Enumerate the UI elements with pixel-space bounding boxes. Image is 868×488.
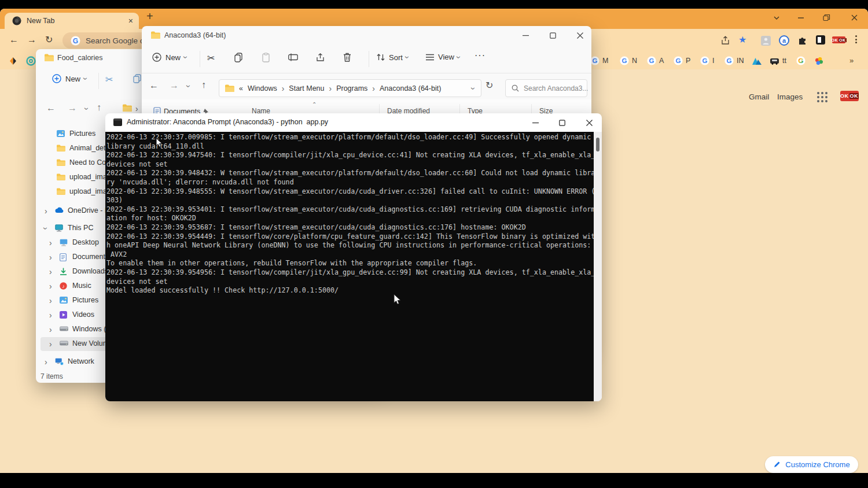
terminal-console[interactable]: 2022-06-13 22:30:37.009985: I tensorflow… bbox=[105, 132, 594, 401]
paste-icon[interactable] bbox=[262, 53, 270, 62]
kebab-menu-icon[interactable] bbox=[855, 35, 857, 43]
sort-button[interactable]: Sort › bbox=[376, 53, 409, 62]
chevron-right-icon[interactable]: › bbox=[49, 268, 52, 276]
breadcrumb-segment-windows[interactable]: Windows bbox=[248, 84, 277, 93]
bookmark-label: P bbox=[686, 57, 690, 65]
chevron-down-icon[interactable]: › bbox=[185, 85, 193, 88]
back-icon[interactable]: ← bbox=[9, 35, 19, 45]
g-favicon-icon: G bbox=[700, 56, 709, 65]
more-icon[interactable]: ··· bbox=[475, 50, 486, 61]
person-extension-icon[interactable] bbox=[761, 36, 771, 46]
explorer-command-bar: New › ✂ Sort › View › ··· bbox=[142, 45, 591, 73]
window-close-icon[interactable] bbox=[851, 14, 858, 21]
g-favicon-icon: G bbox=[647, 56, 656, 65]
chevron-right-icon[interactable]: › bbox=[49, 340, 52, 348]
svg-text:a: a bbox=[782, 37, 786, 44]
chevron-right-icon[interactable]: › bbox=[45, 207, 47, 215]
g-favicon-icon: G bbox=[724, 56, 734, 65]
chevron-right-icon[interactable]: › bbox=[45, 358, 47, 366]
chevron-right-icon[interactable]: › bbox=[49, 311, 52, 319]
drive-icon bbox=[60, 340, 68, 346]
swirl-logo-icon[interactable] bbox=[26, 56, 36, 66]
breadcrumb-separator-icon[interactable]: › bbox=[372, 84, 375, 93]
copy-icon[interactable] bbox=[234, 53, 242, 62]
chevron-right-icon[interactable]: › bbox=[49, 326, 52, 334]
bookmarks-overflow-chevron[interactable]: » bbox=[849, 56, 854, 65]
profile-avatar[interactable]: OKOK bbox=[840, 91, 859, 101]
tab-new-tab[interactable]: New Tab × bbox=[5, 13, 139, 29]
chevron-right-icon[interactable]: › bbox=[49, 239, 52, 247]
new-tab-button[interactable]: + bbox=[146, 10, 153, 23]
chevron-right-icon[interactable]: › bbox=[49, 297, 52, 305]
a-extension-icon[interactable]: a bbox=[779, 35, 789, 46]
breadcrumb-segment-programs[interactable]: Programs bbox=[336, 84, 367, 93]
view-icon bbox=[425, 53, 435, 61]
bookmark-car-logo[interactable] bbox=[770, 52, 779, 69]
breadcrumb-segment-start-menu[interactable]: Start Menu bbox=[289, 84, 324, 93]
puzzle-extension-icon[interactable] bbox=[797, 35, 807, 45]
google-photos-icon bbox=[815, 57, 823, 65]
sort-ascending-caret[interactable]: ⌃ bbox=[312, 101, 317, 108]
breadcrumb-separator-icon[interactable]: › bbox=[282, 84, 285, 93]
terminal-output-line: 2022-06-13 22:30:39.954956: I tensorflow… bbox=[106, 268, 594, 278]
delete-icon[interactable] bbox=[343, 53, 351, 62]
window-close-icon[interactable] bbox=[570, 28, 590, 43]
bookmark-google-g[interactable]: G bbox=[796, 52, 806, 69]
search-icon bbox=[512, 84, 519, 92]
bookmark-mountain-logo[interactable] bbox=[752, 52, 762, 69]
bookmark-tt[interactable]: tt bbox=[782, 52, 786, 69]
new-button[interactable]: New › bbox=[152, 53, 187, 62]
bookmark-google-photos[interactable] bbox=[815, 52, 823, 69]
scrollbar-thumb[interactable] bbox=[596, 138, 599, 151]
chevron-down-icon[interactable]: › bbox=[42, 227, 50, 230]
rename-icon[interactable] bbox=[288, 53, 298, 61]
svg-text:G: G bbox=[727, 57, 732, 64]
breadcrumb-separator-icon[interactable]: › bbox=[329, 84, 332, 93]
tab-close-icon[interactable]: × bbox=[128, 16, 133, 25]
new-plus-icon bbox=[152, 53, 161, 62]
diamond-logo-icon[interactable] bbox=[9, 57, 17, 65]
bookmark-p[interactable]: GP bbox=[674, 52, 690, 69]
window-minimize-icon[interactable] bbox=[516, 28, 535, 43]
bookmark-in[interactable]: GIN bbox=[724, 52, 744, 69]
refresh-icon[interactable]: ↻ bbox=[486, 81, 493, 90]
up-icon[interactable]: ↑ bbox=[201, 80, 206, 90]
svg-text:G: G bbox=[649, 57, 654, 64]
chevron-right-icon[interactable]: › bbox=[49, 282, 52, 290]
share-icon[interactable] bbox=[720, 36, 730, 45]
apps-grid-icon[interactable] bbox=[817, 92, 827, 102]
window-minimize-icon[interactable] bbox=[525, 115, 545, 130]
bookmark-m[interactable]: GM bbox=[590, 52, 608, 69]
window-restore-icon[interactable] bbox=[823, 14, 830, 21]
view-button[interactable]: View › bbox=[425, 53, 461, 61]
window-close-icon[interactable] bbox=[579, 115, 599, 130]
bookmark-i[interactable]: GI bbox=[700, 52, 714, 69]
images-link[interactable]: Images bbox=[777, 93, 803, 101]
share-icon[interactable] bbox=[315, 53, 325, 62]
tab-search-chevron-icon[interactable] bbox=[773, 14, 780, 21]
theme-extension-icon[interactable] bbox=[816, 35, 825, 45]
breadcrumb[interactable]: « Windows›Start Menu›Programs›Anaconda3 … bbox=[219, 79, 481, 97]
folder-icon bbox=[57, 173, 65, 180]
okok-extension-icon[interactable]: OKOK bbox=[832, 36, 845, 43]
terminal-title-bar[interactable]: Administrator: Anaconda Prompt (Anaconda… bbox=[105, 113, 602, 132]
customize-chrome-button[interactable]: Customize Chrome bbox=[765, 456, 858, 473]
terminal-scrollbar[interactable] bbox=[594, 132, 602, 401]
back-icon[interactable]: ← bbox=[149, 81, 159, 90]
search-box[interactable]: Search Anaconda3... bbox=[505, 79, 587, 97]
chevron-down-icon: › bbox=[455, 56, 463, 58]
gmail-link[interactable]: Gmail bbox=[749, 93, 769, 101]
refresh-icon[interactable]: ↻ bbox=[45, 35, 53, 45]
chevron-down-icon[interactable]: › bbox=[470, 87, 478, 90]
forward-icon[interactable]: → bbox=[27, 35, 36, 45]
forward-icon[interactable]: → bbox=[170, 81, 179, 90]
window-maximize-icon[interactable] bbox=[552, 115, 572, 130]
bookmark-n[interactable]: GN bbox=[620, 52, 637, 69]
breadcrumb-segment-anaconda3-64-bit[interactable]: Anaconda3 (64-bit) bbox=[380, 84, 441, 93]
bookmark-a[interactable]: GA bbox=[647, 52, 664, 69]
bookmark-star-icon[interactable]: ★ bbox=[738, 34, 746, 45]
cut-icon[interactable]: ✂ bbox=[207, 53, 215, 64]
window-minimize-icon[interactable] bbox=[797, 14, 804, 21]
window-maximize-icon[interactable] bbox=[543, 28, 562, 43]
chevron-right-icon[interactable]: › bbox=[49, 253, 52, 261]
